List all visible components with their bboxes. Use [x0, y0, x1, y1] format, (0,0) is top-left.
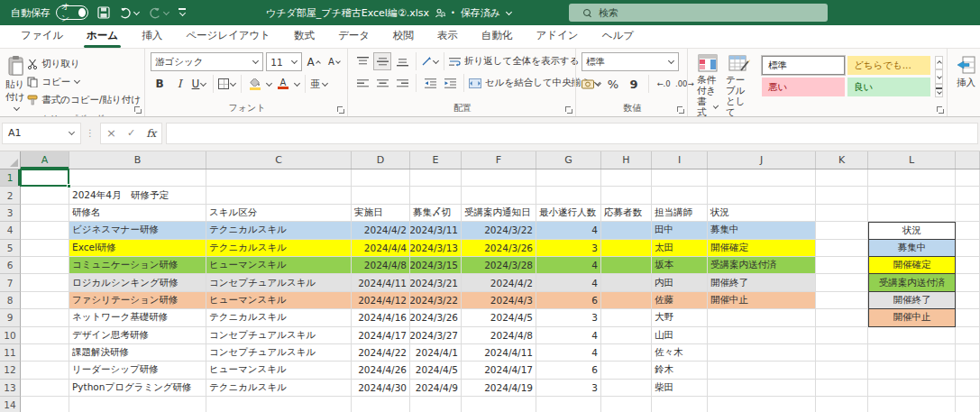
cell-M12[interactable] — [956, 362, 980, 379]
row-header-10[interactable]: 10 — [0, 327, 21, 344]
cell-M1[interactable] — [956, 169, 980, 187]
font-color-dropdown-icon[interactable] — [294, 79, 300, 86]
cell-H1[interactable] — [601, 169, 652, 187]
styles-dialog-launcher-icon[interactable] — [937, 106, 944, 114]
format-painter-button[interactable]: 書式のコピー/貼り付け — [27, 92, 141, 107]
cell-G13[interactable]: 3 — [536, 380, 601, 397]
cell-J6[interactable]: 受講案内送付済 — [708, 257, 816, 274]
column-header-B[interactable]: B — [69, 151, 206, 169]
cell-G4[interactable]: 4 — [536, 222, 601, 239]
undo-button[interactable] — [119, 7, 140, 19]
cell-K11[interactable] — [816, 344, 868, 362]
cell-F1[interactable] — [462, 169, 536, 187]
cell-C10[interactable]: コンセプチュアルスキル — [206, 327, 352, 344]
cell-K6[interactable] — [816, 257, 868, 274]
cell-D8[interactable]: 2024/4/12 — [352, 292, 410, 309]
cell-M5[interactable] — [956, 240, 980, 257]
cell-C6[interactable]: ヒューマンスキル — [206, 257, 352, 274]
row-header-9[interactable]: 9 — [0, 309, 21, 326]
fill-color-button[interactable] — [246, 75, 264, 93]
formula-bar-splitter[interactable]: ⋮ — [83, 128, 98, 138]
tab-9[interactable]: 自動化 — [470, 24, 525, 48]
cell-H14[interactable] — [601, 397, 652, 412]
align-top-button[interactable] — [353, 52, 371, 70]
legend-cell-6[interactable]: 開催中止 — [868, 309, 956, 326]
cell-E8[interactable]: 2024/3/22 — [410, 292, 462, 309]
clipboard-dialog-launcher-icon[interactable] — [134, 106, 142, 114]
cell-B13[interactable]: Pythonプログラミング研修 — [69, 380, 206, 397]
cell-I14[interactable] — [652, 397, 708, 412]
copy-button[interactable]: コピー — [27, 74, 141, 89]
cell-D5[interactable]: 2024/4/4 — [352, 240, 410, 257]
cell-D1[interactable] — [352, 169, 410, 187]
cell-G3[interactable]: 最小遂行人数 — [536, 205, 601, 222]
column-header-L[interactable]: L — [868, 151, 956, 169]
cell-I2[interactable] — [652, 187, 708, 204]
cell-C13[interactable]: テクニカルスキル — [206, 380, 352, 397]
column-header-F[interactable]: F — [462, 151, 536, 169]
cell-B1[interactable] — [69, 169, 206, 187]
cell-A9[interactable] — [21, 309, 69, 326]
cell-G14[interactable] — [536, 397, 601, 412]
cell-M14[interactable] — [956, 397, 980, 412]
cell-F5[interactable]: 2024/3/26 — [462, 240, 536, 257]
cell-D10[interactable]: 2024/4/17 — [352, 327, 410, 344]
cell-E14[interactable] — [410, 397, 462, 412]
cell-D12[interactable]: 2024/4/26 — [352, 362, 410, 379]
cell-E7[interactable]: 2024/3/21 — [410, 274, 462, 291]
cell-K1[interactable] — [816, 169, 868, 187]
cell-M13[interactable] — [956, 380, 980, 397]
cell-M2[interactable] — [956, 187, 980, 204]
currency-format-button[interactable] — [582, 75, 601, 93]
column-header-E[interactable]: E — [410, 151, 462, 169]
increase-decimal-button[interactable]: ←.0 — [655, 75, 673, 93]
cell-F9[interactable]: 2024/4/5 — [462, 309, 536, 326]
qat-customize-button[interactable] — [179, 8, 186, 16]
cell-L2[interactable] — [868, 187, 956, 204]
cell-J4[interactable]: 募集中 — [708, 222, 816, 239]
cell-B4[interactable]: ビジネスマナー研修 — [69, 222, 206, 239]
cell-H7[interactable] — [601, 274, 652, 291]
wrap-text-button[interactable]: 折り返して全体を表示する — [449, 54, 579, 69]
cell-B10[interactable]: デザイン思考研修 — [69, 327, 206, 344]
cell-K13[interactable] — [816, 380, 868, 397]
decrease-indent-button[interactable] — [421, 74, 439, 92]
cell-L10[interactable] — [868, 327, 956, 344]
cell-H8[interactable] — [601, 292, 652, 309]
cell-D2[interactable] — [352, 187, 410, 204]
cell-G5[interactable]: 3 — [536, 240, 601, 257]
cell-C12[interactable]: ヒューマンスキル — [206, 362, 352, 379]
cell-K14[interactable] — [816, 397, 868, 412]
cell-E5[interactable]: 2024/3/13 — [410, 240, 462, 257]
redo-button[interactable] — [149, 7, 169, 19]
align-middle-button[interactable] — [373, 52, 391, 70]
cell-G1[interactable] — [536, 169, 601, 187]
cell-B2[interactable]: 2024年4月 研修予定 — [69, 187, 206, 204]
document-title[interactable]: ウチダ部屋_プチ稽古Excel編②.xlsx • 保存済み — [266, 0, 512, 25]
cell-C4[interactable]: テクニカルスキル — [206, 222, 352, 239]
conditional-formatting-button[interactable]: 条件付き 書式 — [693, 52, 722, 117]
cell-K7[interactable] — [816, 274, 868, 291]
gallery-scroll-down-button[interactable] — [935, 69, 943, 83]
cell-H5[interactable] — [601, 240, 652, 257]
cell-C11[interactable]: コンセプチュアルスキル — [206, 344, 352, 362]
cell-F13[interactable]: 2024/4/19 — [462, 380, 536, 397]
gallery-more-button[interactable] — [935, 84, 943, 97]
cell-G11[interactable]: 4 — [536, 344, 601, 362]
cell-M4[interactable] — [956, 222, 980, 239]
cell-J5[interactable]: 開催確定 — [708, 240, 816, 257]
cell-L13[interactable] — [868, 380, 956, 397]
column-header-I[interactable]: I — [652, 151, 708, 169]
cell-G2[interactable] — [536, 187, 601, 204]
cell-H4[interactable] — [601, 222, 652, 239]
cell-I8[interactable]: 佐藤 — [652, 292, 708, 309]
cell-I12[interactable]: 鈴木 — [652, 362, 708, 379]
formula-input[interactable] — [166, 123, 978, 144]
cell-B11[interactable]: 課題解決研修 — [69, 344, 206, 362]
format-as-table-button[interactable]: テーブルとして 書式設定 — [722, 52, 756, 117]
cell-A8[interactable] — [21, 292, 69, 309]
column-header-J[interactable]: J — [708, 151, 816, 169]
cell-F3[interactable]: 受講案内通知日 — [462, 205, 536, 222]
cell-E11[interactable]: 2024/4/1 — [410, 344, 462, 362]
cell-C14[interactable] — [206, 397, 352, 412]
